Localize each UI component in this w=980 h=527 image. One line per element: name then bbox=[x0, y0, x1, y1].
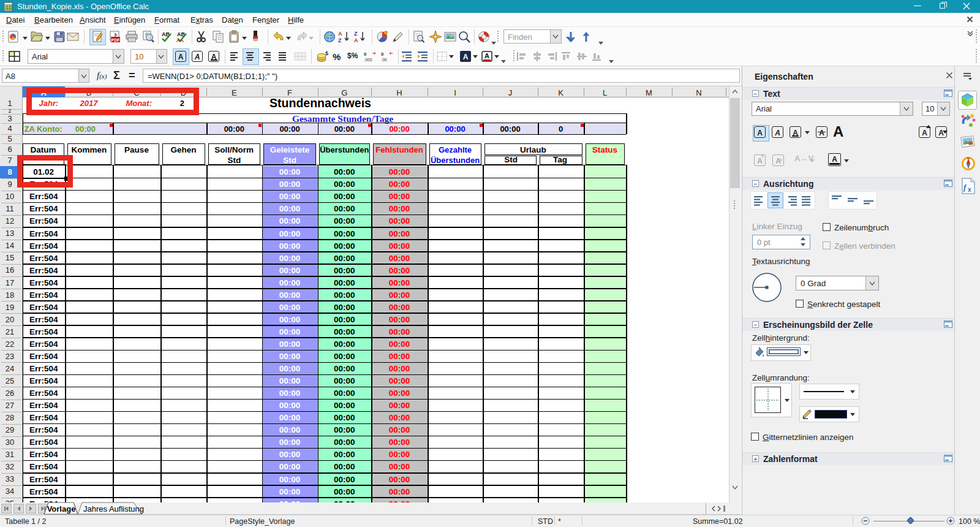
svg-text:Z: Z bbox=[354, 31, 358, 37]
svg-text:A: A bbox=[338, 31, 342, 37]
svg-text:PDF: PDF bbox=[111, 38, 121, 42]
svg-text:A: A bbox=[354, 37, 358, 44]
svg-text:.00: .00 bbox=[381, 58, 387, 62]
svg-text:0: 0 bbox=[381, 51, 384, 57]
svg-text:v: v bbox=[780, 157, 782, 162]
svg-text:A: A bbox=[484, 52, 489, 59]
svg-text:Z: Z bbox=[338, 37, 342, 44]
svg-text:.000: .000 bbox=[364, 58, 372, 62]
svg-text:$: $ bbox=[325, 50, 328, 56]
svg-text:x: x bbox=[968, 186, 971, 193]
svg-text:N: N bbox=[967, 156, 970, 160]
svg-text:0: 0 bbox=[364, 51, 367, 57]
svg-text:A: A bbox=[463, 53, 469, 61]
svg-text:x: x bbox=[761, 153, 764, 158]
